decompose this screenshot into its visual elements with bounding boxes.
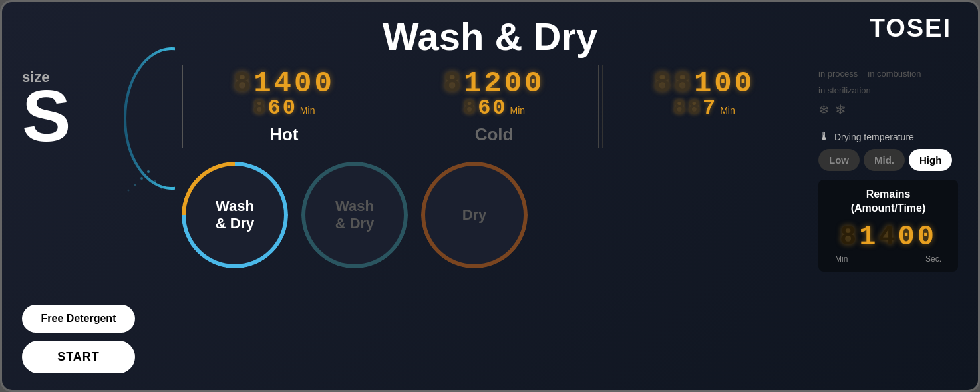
separator-1 <box>389 65 389 148</box>
separator-2 <box>598 65 599 148</box>
amount-digits-time: 88100 <box>653 69 754 98</box>
main-content: size S <box>2 65 978 390</box>
size-value: S <box>22 79 71 152</box>
start-button[interactable]: START <box>22 341 135 373</box>
brand-logo: TOSEI <box>870 14 951 43</box>
left-panel: size S <box>15 65 175 380</box>
temp-btn-low[interactable]: Low <box>818 149 860 171</box>
time-display-time: 887 Min <box>673 98 735 119</box>
thermometer-icon: 🌡 <box>818 130 830 144</box>
buttons-area: Free Detergent START <box>22 305 135 373</box>
drying-temp-label: 🌡 Drying temperature <box>818 130 958 144</box>
amount-digits-cold: 81200 <box>443 69 544 98</box>
amount-digits-hot: 81400 <box>234 69 335 98</box>
time-digits-hot: 860 <box>253 98 297 119</box>
right-panel: in process in combustion in sterilizatio… <box>812 65 965 380</box>
center-panel: 81400 860 Min Hot <box>175 65 812 380</box>
min-label-cold: Min <box>510 105 526 116</box>
remains-sub: Min Sec. <box>828 254 948 264</box>
min-label-hot: Min <box>300 105 315 116</box>
remains-min-label: Min <box>835 254 848 264</box>
remains-box: Remains(Amount/Time) 81400 Min Sec. <box>818 180 958 272</box>
time-display-hot: 860 Min <box>253 98 315 119</box>
circle-wash-dry-inactive[interactable]: Wash& Dry <box>301 162 408 268</box>
sterilization-row: in sterilization <box>818 85 958 95</box>
remains-display: 81400 <box>828 221 948 253</box>
svg-point-5 <box>161 188 163 190</box>
circle-dry[interactable]: Dry <box>421 162 528 268</box>
time-digits-time: 887 <box>673 98 718 119</box>
circles-row: Wash& Dry Wash& Dry Dry <box>182 162 805 268</box>
in-combustion-label: in combustion <box>868 69 921 79</box>
snowflake-icon-2: ❄ <box>835 102 846 118</box>
temp-buttons: Low Mid. High <box>818 149 958 171</box>
stat-col-time: 88100 887 Min <box>602 65 805 148</box>
min-label-time: Min <box>720 105 735 116</box>
stats-row: 81400 860 Min Hot <box>182 65 805 148</box>
time-digits-cold: 860 <box>463 98 508 119</box>
arc-decoration <box>108 45 175 192</box>
temp-btn-mid[interactable]: Mid. <box>864 149 905 171</box>
circle-wash-dry-active-label: Wash& Dry <box>216 198 255 233</box>
svg-point-4 <box>134 184 136 186</box>
time-display-cold: 860 Min <box>463 98 525 119</box>
stat-col-cold: 81200 860 Min Cold <box>393 65 595 148</box>
circle-dry-label: Dry <box>462 206 487 224</box>
amount-display-hot: 81400 <box>234 69 335 98</box>
circle-wash-dry-inactive-label: Wash& Dry <box>335 198 375 233</box>
svg-point-1 <box>147 170 150 173</box>
remains-title: Remains(Amount/Time) <box>828 188 948 216</box>
svg-point-0 <box>125 49 175 188</box>
machine-panel: Wash & Dry TOSEI size S <box>0 0 980 392</box>
snowflake-row: ❄ ❄ <box>818 102 958 118</box>
remains-digits: 81400 <box>840 221 937 253</box>
circle-wash-dry-active[interactable]: Wash& Dry <box>182 162 288 268</box>
svg-point-3 <box>154 180 156 183</box>
temp-label-cold: Cold <box>475 124 514 145</box>
in-process-label: in process <box>818 69 858 79</box>
status-indicators: in process in combustion in sterilizatio… <box>818 69 958 118</box>
svg-point-2 <box>140 177 143 180</box>
amount-display-cold: 81200 <box>443 69 544 98</box>
drying-temp-section: 🌡 Drying temperature Low Mid. High <box>818 130 958 171</box>
in-sterilization-label: in sterilization <box>818 85 871 95</box>
free-detergent-button[interactable]: Free Detergent <box>22 305 135 333</box>
svg-point-6 <box>128 190 130 192</box>
status-row-1: in process in combustion <box>818 69 958 79</box>
stat-col-hot: 81400 860 Min Hot <box>182 65 385 148</box>
temp-btn-high[interactable]: High <box>909 149 952 171</box>
remains-sec-label: Sec. <box>925 254 941 264</box>
snowflake-icon: ❄ <box>818 102 830 118</box>
amount-display-time: 88100 <box>653 69 754 98</box>
main-title: Wash & Dry <box>383 14 597 59</box>
temp-label-hot: Hot <box>269 124 298 145</box>
